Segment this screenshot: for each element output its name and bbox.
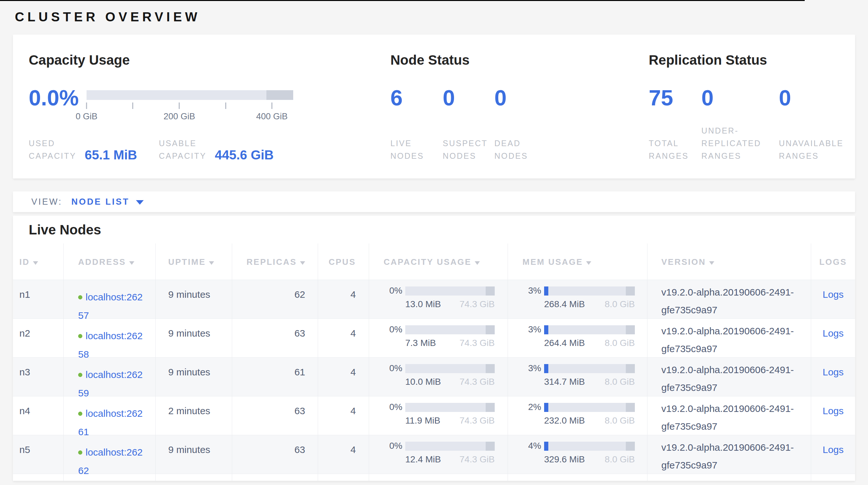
node-version-cell: v19.2.0-alpha.20190606-2491-gfe735c9a97 xyxy=(647,280,811,318)
node-version-cell: v19.2.0-alpha.20190606-2491-gfe735c9a97 xyxy=(647,396,811,435)
node-id-cell: n5 xyxy=(13,435,64,474)
node-cpus-cell: 4 xyxy=(318,280,369,318)
capacity-percent-label: 0% xyxy=(383,286,402,296)
capacity-usage-section: Capacity Usage 0.0% 0 GiB 20 xyxy=(29,52,306,162)
capacity-total-value: 74.3 GiB xyxy=(460,377,495,387)
capacity-bar-reserved xyxy=(486,286,495,295)
node-address-link[interactable]: localhost:26262 xyxy=(78,447,143,476)
unavailable-ranges-count: 0 xyxy=(779,85,843,110)
stat-label-line: USED xyxy=(29,137,76,150)
capacity-usage-bar: 0 GiB 200 GiB 400 GiB xyxy=(87,90,293,122)
logs-link[interactable]: Logs xyxy=(823,367,843,377)
usable-capacity-stat: USABLE CAPACITY 445.6 GiB xyxy=(159,137,274,162)
metric-label-line: UNDER- xyxy=(702,124,779,137)
column-header-cpus: CPUS xyxy=(318,244,369,280)
mem-bar-reserved xyxy=(626,442,635,451)
capacity-usage-bar xyxy=(405,442,495,451)
column-header-version[interactable]: VERSION xyxy=(647,244,811,280)
mem-percent-label: 2% xyxy=(523,402,541,412)
metric-label-line: NODES xyxy=(391,150,442,162)
mem-percent-label: 3% xyxy=(523,286,541,296)
live-nodes-metric: 6 LIVE NODES xyxy=(391,85,442,162)
mem-percent-label: 3% xyxy=(523,324,541,335)
mem-total-value: 8.0 GiB xyxy=(605,416,635,426)
metric-label-line: RANGES xyxy=(702,150,779,162)
axis-tick xyxy=(132,103,133,109)
node-address-link[interactable]: localhost:26261 xyxy=(78,408,143,437)
node-status-title: Node Status xyxy=(391,52,603,68)
node-capacity-usage-cell: 0% 10.0 MiB 74.3 GiB xyxy=(369,358,508,396)
axis-tick-label: 200 GiB xyxy=(164,112,195,121)
node-capacity-usage-cell: 0% 11.9 MiB 74.3 GiB xyxy=(369,396,508,435)
node-address-cell: localhost:26257 xyxy=(64,280,156,318)
node-logs-cell: Logs xyxy=(811,396,855,435)
capacity-used-value: 11.9 MiB xyxy=(405,416,440,426)
node-address-link[interactable]: localhost:26258 xyxy=(78,331,143,360)
capacity-usage-title: Capacity Usage xyxy=(29,52,306,68)
logs-link[interactable]: Logs xyxy=(823,444,843,455)
column-header-capacity-usage[interactable]: CAPACITY USAGE xyxy=(369,244,508,280)
node-address-cell: localhost:26262 xyxy=(64,435,156,474)
metric-label-line: NODES xyxy=(494,150,528,162)
used-capacity-value: 65.1 MiB xyxy=(85,147,137,162)
view-selector-bar[interactable]: VIEW: NODE LIST xyxy=(13,192,855,212)
axis-tick xyxy=(179,103,180,109)
capacity-used-value: 10.0 MiB xyxy=(405,377,441,387)
metric-label-line: RANGES xyxy=(649,150,702,162)
sort-desc-icon xyxy=(129,261,134,265)
page-title: CLUSTER OVERVIEW xyxy=(0,0,868,24)
chevron-down-icon[interactable] xyxy=(136,200,144,205)
stat-label-line: CAPACITY xyxy=(159,150,206,162)
live-status-dot-icon xyxy=(78,334,82,338)
node-version-cell: v19.2.0-alpha.20190606-2491-gfe735c9a97 xyxy=(647,319,811,357)
mem-total-value: 8.0 GiB xyxy=(605,338,635,348)
column-header-mem-usage[interactable]: MEM USAGE xyxy=(508,244,647,280)
mem-bar-fill xyxy=(544,364,548,373)
capacity-used-value: 12.4 MiB xyxy=(405,454,441,465)
live-status-dot-icon xyxy=(78,373,82,377)
mem-total-value: 8.0 GiB xyxy=(605,377,635,387)
axis-tick xyxy=(225,103,226,109)
node-address-link[interactable]: localhost:26259 xyxy=(78,369,143,398)
column-header-address[interactable]: ADDRESS xyxy=(64,244,156,280)
node-replicas-cell: 63 xyxy=(232,435,318,474)
node-status-section: Node Status 6 LIVE NODES 0 SUSPECT NODES xyxy=(391,52,603,162)
capacity-bar-reserved xyxy=(486,364,495,373)
node-mem-usage-cell: 3% 268.4 MiB 8.0 GiB xyxy=(508,280,647,318)
node-uptime-cell: 9 minutes xyxy=(156,319,232,357)
stat-label-line: CAPACITY xyxy=(29,150,76,162)
sort-desc-icon xyxy=(33,261,38,265)
node-uptime-cell: 9 minutes xyxy=(156,280,232,318)
sort-desc-icon xyxy=(586,261,591,265)
column-header-logs: LOGS xyxy=(811,244,855,280)
live-status-dot-icon xyxy=(78,295,82,299)
under-replicated-count: 0 xyxy=(702,85,779,110)
logs-link[interactable]: Logs xyxy=(823,289,843,300)
axis-tick-label: 400 GiB xyxy=(256,112,288,121)
node-replicas-cell: 62 xyxy=(232,280,318,318)
node-mem-usage-cell: 2% 232.0 MiB 8.0 GiB xyxy=(508,396,647,435)
mem-percent-label: 4% xyxy=(523,441,541,451)
metric-label-line: DEAD xyxy=(494,137,528,150)
node-version-cell: v19.2.0-alpha.20190606-2491-gfe735c9a97 xyxy=(647,358,811,396)
logs-link[interactable]: Logs xyxy=(823,405,843,416)
column-header-id[interactable]: ID xyxy=(13,244,64,280)
node-id-cell: n1 xyxy=(13,280,64,318)
capacity-percent-label: 0% xyxy=(383,402,402,412)
view-dropdown[interactable]: NODE LIST xyxy=(71,197,129,207)
table-row: n3 localhost:26259 9 minutes 61 4 0% 10.… xyxy=(13,357,855,396)
table-row: n5 localhost:26262 9 minutes 63 4 0% 12.… xyxy=(13,435,855,474)
node-address-link[interactable]: localhost:26257 xyxy=(78,292,143,321)
node-logs-cell: Logs xyxy=(811,435,855,474)
column-header-uptime[interactable]: UPTIME xyxy=(156,244,232,280)
capacity-used-value: 13.0 MiB xyxy=(405,299,441,309)
axis-tick xyxy=(272,103,273,109)
live-nodes-count: 6 xyxy=(391,85,442,110)
mem-bar-reserved xyxy=(626,403,635,412)
column-header-replicas[interactable]: REPLICAS xyxy=(232,244,318,280)
logs-link[interactable]: Logs xyxy=(823,328,843,339)
sort-desc-icon xyxy=(709,261,714,265)
live-nodes-card: Live Nodes ID ADDRESS UPTIME REPLICAS CP… xyxy=(13,216,855,481)
node-cpus-cell: 4 xyxy=(318,358,369,396)
axis-tick xyxy=(86,103,87,109)
